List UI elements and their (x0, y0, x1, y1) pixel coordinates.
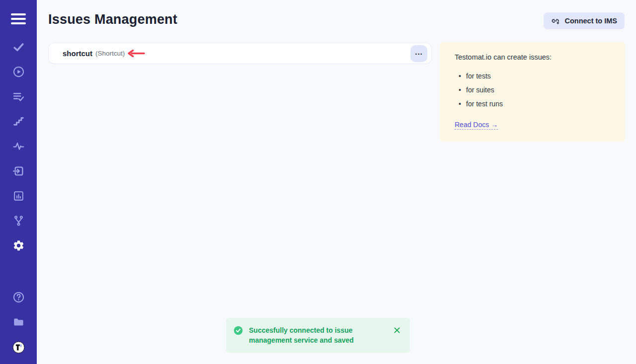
import-icon (12, 165, 25, 179)
connect-to-ims-button[interactable]: Connect to IMS (544, 12, 625, 29)
read-docs-link[interactable]: Read Docs → (455, 121, 498, 130)
toast-close-button[interactable] (392, 325, 402, 335)
info-box-list-item: for tests (459, 72, 610, 80)
bar-chart-icon (12, 190, 25, 204)
gear-icon (12, 239, 25, 254)
pulse-icon (12, 140, 25, 154)
sidebar-item-logo[interactable] (8, 338, 28, 358)
testomat-logo (12, 341, 25, 356)
play-circle-icon (12, 66, 25, 80)
success-toast: Succesfully connected to issue managemen… (226, 318, 410, 353)
hamburger-menu-icon[interactable] (11, 12, 26, 25)
issue-row[interactable]: shortcut (Shortcut) ... (48, 43, 432, 64)
sidebar-item-projects[interactable] (8, 313, 28, 333)
stairs-icon (12, 115, 25, 130)
page-title: Issues Management (48, 12, 177, 27)
connect-button-label: Connect to IMS (564, 17, 617, 25)
close-icon (393, 326, 401, 334)
sidebar-item-tests[interactable] (8, 38, 28, 58)
info-box-list: for tests for suites for test runs (459, 72, 610, 108)
issue-type: (Shortcut) (95, 50, 125, 57)
sidebar-item-reports[interactable] (8, 187, 28, 207)
sidebar-item-runs[interactable] (8, 63, 28, 82)
main-content: Issues Management Connect to IMS shortcu… (37, 0, 636, 364)
issue-row-menu-button[interactable]: ... (410, 45, 427, 62)
branch-icon (12, 215, 25, 229)
info-box-title: Testomat.io can create issues: (455, 53, 610, 61)
sidebar-item-settings[interactable] (8, 236, 28, 256)
link-plus-icon (551, 16, 560, 26)
issue-name: shortcut (63, 49, 92, 58)
list-check-icon (12, 90, 25, 105)
info-box-list-item: for suites (459, 86, 610, 94)
annotation-arrow-icon (127, 50, 146, 57)
help-circle-icon (12, 291, 25, 305)
sidebar-item-help[interactable] (8, 288, 28, 308)
sidebar-item-steps[interactable] (8, 112, 28, 132)
toast-message: Succesfully connected to issue managemen… (249, 325, 387, 345)
check-icon (12, 41, 25, 55)
info-box: Testomat.io can create issues: for tests… (440, 42, 625, 142)
sidebar (0, 0, 37, 364)
info-box-list-item: for test runs (459, 100, 610, 108)
sidebar-item-test-plans[interactable] (8, 87, 28, 107)
sidebar-item-import[interactable] (8, 162, 28, 182)
sidebar-item-analytics[interactable] (8, 137, 28, 157)
success-check-icon (234, 326, 243, 337)
sidebar-item-branches[interactable] (8, 212, 28, 231)
folder-icon (12, 316, 25, 330)
